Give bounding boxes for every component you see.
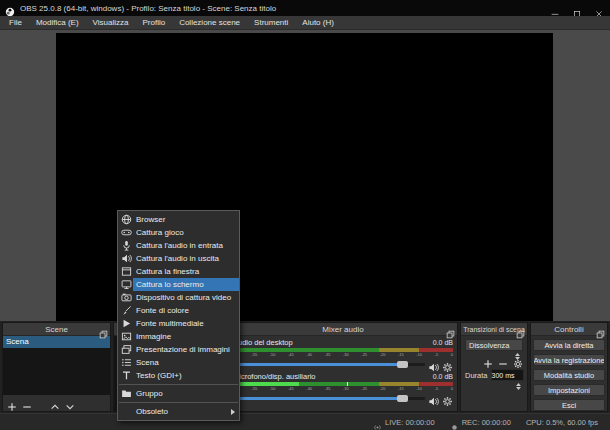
maximize-button[interactable] xyxy=(566,0,588,16)
add-transition-button[interactable] xyxy=(483,355,493,365)
mute-speaker-icon[interactable] xyxy=(428,393,439,404)
chevron-up-icon xyxy=(516,372,521,375)
scenes-panel-title: Scene xyxy=(45,325,68,334)
menubar-item-visualizza[interactable]: Visualizza xyxy=(86,16,136,30)
scene-icon xyxy=(121,357,132,368)
image-icon xyxy=(121,331,132,342)
transition-select[interactable]: Dissolvenza xyxy=(465,339,523,351)
cpu-status: CPU: 0.5%, 60.00 fps xyxy=(526,418,598,427)
volume-slider-handle[interactable] xyxy=(397,361,408,368)
menubar-item-collezione-scene[interactable]: Collezione scene xyxy=(172,16,247,30)
mute-speaker-icon[interactable] xyxy=(428,359,439,370)
volume-meter xyxy=(233,382,453,386)
scene-list: Scena xyxy=(3,336,110,395)
window-title: OBS 25.0.8 (64-bit, windows) - Profilo: … xyxy=(20,4,276,13)
chevron-down-icon xyxy=(516,376,521,379)
dock-popup-icon[interactable] xyxy=(516,325,525,334)
control-button-label: Impostazioni xyxy=(548,386,590,395)
move-scene-down-button[interactable] xyxy=(65,398,75,408)
transitions-body: Dissolvenza Durata 300 ms xyxy=(461,336,527,384)
cpu-fps-text: CPU: 0.5%, 60.00 fps xyxy=(526,418,598,427)
transitions-panel: Transizioni di scena Dissolvenza xyxy=(460,322,528,412)
chevron-down-icon xyxy=(515,346,520,349)
menu-item-image-slideshow[interactable]: Presentazione di immagini xyxy=(118,343,239,356)
duration-spinner-arrows[interactable] xyxy=(514,372,523,379)
menu-item-image[interactable]: Immagine xyxy=(118,330,239,343)
exit-button[interactable]: Esci xyxy=(533,399,605,411)
submenu-arrow-icon xyxy=(231,409,235,415)
menu-item-label: Cattura gioco xyxy=(136,228,235,237)
menu-item-label: Scena xyxy=(136,358,235,367)
mixer-channel: Microfono/disp. ausiliario0.0 dB-60-55-5… xyxy=(233,372,453,404)
menubar-item-profilo[interactable]: Profilo xyxy=(135,16,172,30)
start-streaming-button[interactable]: Avvia la diretta xyxy=(533,339,605,351)
scene-list-item[interactable]: Scena xyxy=(3,336,110,348)
duration-spinner[interactable]: 300 ms xyxy=(491,369,525,381)
menu-item-video-capture-device[interactable]: Dispositivo di cattura video xyxy=(118,291,239,304)
menu-item-scene[interactable]: Scena xyxy=(118,356,239,369)
dock-popup-icon[interactable] xyxy=(446,325,455,334)
menu-item-label: Browser xyxy=(136,215,235,224)
transitions-panel-header: Transizioni di scena xyxy=(461,323,527,336)
add-scene-button[interactable] xyxy=(7,398,17,408)
menu-item-media-source[interactable]: Fonte multimediale xyxy=(118,317,239,330)
mixer-panel-header: Mixer audio xyxy=(229,323,457,336)
menu-separator xyxy=(119,402,238,403)
transition-select-arrows xyxy=(513,342,522,349)
channel-settings-gear-icon[interactable] xyxy=(442,393,453,404)
scenes-panel-header: Scene xyxy=(3,323,110,336)
menu-item-label: Presentazione di immagini xyxy=(136,345,235,354)
menubar-item-aiuto-h[interactable]: Aiuto (H) xyxy=(295,16,341,30)
move-scene-up-button[interactable] xyxy=(50,398,60,408)
settings-button[interactable]: Impostazioni xyxy=(533,384,605,396)
menu-item-window-capture[interactable]: Cattura la finestra xyxy=(118,265,239,278)
record-dot-icon xyxy=(450,418,459,427)
no-icon xyxy=(121,406,132,417)
video-capture-device-icon xyxy=(121,292,132,303)
menu-item-deprecated[interactable]: Obsoleto xyxy=(118,405,239,418)
menu-item-label: Cattura lo schermo xyxy=(136,280,235,289)
channel-settings-gear-icon[interactable] xyxy=(442,359,453,370)
menu-item-group[interactable]: Gruppo xyxy=(118,387,239,400)
menu-item-audio-output-capture[interactable]: Cattura l'audio in uscita xyxy=(118,252,239,265)
menubar-item-strumenti[interactable]: Strumenti xyxy=(247,16,295,30)
mixer-channel: Audio del desktop0.0 dB-60-55-50-45-40-3… xyxy=(233,338,453,370)
channel-db-value: 0.0 dB xyxy=(433,339,453,346)
rec-status: REC: 00:00:00 xyxy=(450,418,511,427)
minimize-button[interactable] xyxy=(544,0,566,16)
menu-item-audio-input-capture[interactable]: Cattura l'audio in entrata xyxy=(118,239,239,252)
volume-slider[interactable] xyxy=(233,392,425,404)
volume-slider-handle[interactable] xyxy=(397,395,408,402)
scene-toolbar xyxy=(3,395,110,411)
menu-item-text-gdi[interactable]: Testo (GDI+) xyxy=(118,369,239,382)
add-source-context-menu: BrowserCattura giocoCattura l'audio in e… xyxy=(117,210,240,421)
volume-slider[interactable] xyxy=(233,358,425,370)
menubar-item-modifica-e[interactable]: Modifica (E) xyxy=(29,16,86,30)
menu-item-display-capture[interactable]: Cattura lo schermo xyxy=(118,278,239,291)
menu-item-game-capture[interactable]: Cattura gioco xyxy=(118,226,239,239)
maximize-icon xyxy=(573,4,581,12)
dock-popup-icon[interactable] xyxy=(99,325,108,334)
menu-item-label: Cattura l'audio in entrata xyxy=(136,241,235,250)
live-time: LIVE: 00:00:00 xyxy=(385,418,435,427)
remove-transition-button[interactable] xyxy=(498,355,508,365)
menubar-item-file[interactable]: File xyxy=(2,16,29,30)
channel-name: Audio del desktop xyxy=(233,338,293,347)
menu-item-color-source[interactable]: Fonte di colore xyxy=(118,304,239,317)
transition-toolbar xyxy=(465,354,523,366)
close-button[interactable] xyxy=(588,0,610,16)
controls-panel-header: Controlli xyxy=(531,323,607,336)
display-capture-icon xyxy=(121,279,132,290)
start-recording-button[interactable]: Avvia la registrazione xyxy=(533,354,605,366)
group-icon xyxy=(121,388,132,399)
transition-properties-gear-icon[interactable] xyxy=(513,355,523,365)
color-source-icon xyxy=(121,305,132,316)
menu-item-browser[interactable]: Browser xyxy=(118,213,239,226)
dock-popup-icon[interactable] xyxy=(596,325,605,334)
chevron-up-icon xyxy=(515,342,520,345)
studio-mode-button[interactable]: Modalità studio xyxy=(533,369,605,381)
control-button-label: Esci xyxy=(562,401,576,410)
remove-scene-button[interactable] xyxy=(22,398,32,408)
volume-meter xyxy=(233,348,453,352)
image-slideshow-icon xyxy=(121,344,132,355)
